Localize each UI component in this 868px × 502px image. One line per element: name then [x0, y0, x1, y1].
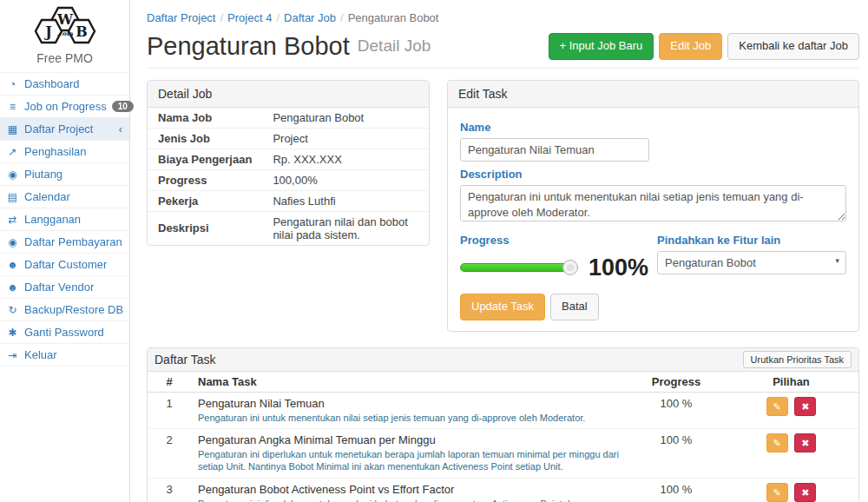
delete-task-button[interactable]: ✖ [794, 433, 816, 452]
daftar-task-panel-title: Daftar Task [155, 353, 216, 367]
table-row: Progress 100,00% [148, 169, 429, 190]
pencil-icon: ✎ [773, 487, 781, 498]
sidebar-item-job-on-progress[interactable]: ≡ Job on Progress 10 [0, 95, 129, 117]
page-title: Pengaturan Bobot [147, 34, 350, 59]
sidebar-item-dashboard[interactable]: ◔ Dashboard [0, 72, 129, 95]
sidebar-item-daftar-vendor[interactable]: ☻ Daftar Vendor [0, 275, 129, 298]
main-content: Daftar Project/Project 4/Daftar Job/Peng… [131, 0, 868, 502]
task-description: Pengaturan ini diperlukan untuk memberi … [198, 498, 621, 502]
page-header: Pengaturan Bobot Detail Job + Input Job … [147, 33, 859, 69]
sidebar: W J B .com Free PMO ◔ Dashboard ≡ Job on… [0, 0, 130, 502]
detail-job-table: Nama Job Pengaturan Bobot Jenis Job Proj… [148, 108, 429, 245]
table-row: 2 Pengaturan Angka Minimal Temuan per Mi… [148, 429, 858, 479]
sidebar-item-daftar-pembayaran[interactable]: ◉ Daftar Pembayaran [0, 230, 129, 253]
sidebar-item-backup-restore-db[interactable]: ↻ Backup/Restore DB [0, 298, 129, 320]
table-row: 1 Pengaturan Nilai Temuan Pengaturan ini… [148, 392, 858, 428]
task-name-input[interactable] [460, 138, 649, 162]
sidebar-item-langganan[interactable]: ⇄ Langganan [0, 208, 129, 230]
task-name: Pengaturan Angka Minimal Temuan per Ming… [198, 433, 621, 446]
breadcrumb: Daftar Project/Project 4/Daftar Job/Peng… [147, 11, 859, 24]
name-label: Name [460, 121, 846, 134]
delete-task-button[interactable]: ✖ [794, 483, 816, 502]
task-description-textarea[interactable]: Pengaturan ini untuk menentukan nilai se… [460, 185, 846, 221]
refresh-icon: ↻ [6, 304, 19, 316]
sidebar-item-daftar-customer[interactable]: ☻ Daftar Customer [0, 253, 129, 275]
sidebar-item-calendar[interactable]: ▤ Calendar [0, 185, 129, 208]
sidebar-item-piutang[interactable]: ◉ Piutang [0, 162, 129, 185]
edit-task-button[interactable]: ✎ [766, 433, 788, 452]
delete-x-icon: ✖ [801, 487, 809, 498]
pencil-icon: ✎ [773, 438, 781, 448]
dashboard-icon: ◔ [6, 78, 19, 90]
progress-slider[interactable] [460, 263, 571, 272]
description-label: Description [460, 168, 846, 181]
edit-task-panel: Edit Task Name Description Pengaturan in… [447, 80, 859, 332]
task-name: Pengaturan Nilai Temuan [198, 397, 621, 410]
sign-out-icon: ⇥ [6, 349, 19, 361]
batal-button[interactable]: Batal [550, 294, 599, 320]
task-description: Pengaturan ini untuk menentukan nilai se… [198, 412, 621, 424]
users-icon: ☻ [6, 281, 19, 294]
task-description: Pengaturan ini diperlukan untuk menetuka… [198, 448, 621, 473]
update-task-button[interactable]: Update Task [460, 294, 545, 320]
sidebar-item-penghasilan[interactable]: ↗ Penghasilan [0, 140, 129, 162]
breadcrumb-link-daftar-project[interactable]: Daftar Project [147, 11, 215, 24]
page-header-buttons: + Input Job Baru Edit Job Kembali ke daf… [549, 33, 859, 60]
delete-x-icon: ✖ [801, 401, 809, 412]
retweet-icon: ⇄ [6, 214, 19, 226]
kembali-ke-daftar-job-button[interactable]: Kembali ke daftar Job [727, 33, 859, 60]
progress-label: Progress [460, 234, 648, 247]
delete-x-icon: ✖ [801, 438, 809, 448]
task-table: # Nama Task Progress Pilihan 1 Pengatura… [148, 372, 858, 502]
money-icon: ◉ [6, 236, 19, 248]
svg-text:.com: .com [56, 30, 73, 37]
task-progress: 100 % [628, 392, 724, 428]
breadcrumb-link-daftar-job[interactable]: Daftar Job [284, 11, 336, 24]
table-row: Jenis Job Project [148, 128, 429, 149]
svg-text:B: B [76, 23, 88, 40]
sidebar-nav: ◔ Dashboard ≡ Job on Progress 10 ▦ Dafta… [0, 72, 129, 367]
urutkan-prioritas-task-button-top[interactable]: Urutkan Prioritas Task [743, 351, 852, 368]
sidebar-item-ganti-password[interactable]: ✱ Ganti Password [0, 320, 129, 343]
breadcrumb-current: Pengaturan Bobot [348, 11, 439, 24]
users-icon: ☻ [6, 259, 19, 271]
table-row: Nama Job Pengaturan Bobot [148, 108, 429, 129]
edit-task-panel-title: Edit Task [448, 81, 858, 108]
move-to-feature-label: Pindahkan ke Fitur lain [657, 234, 846, 247]
jwb-logo-icon: W J B .com [27, 6, 103, 46]
table-row: Pekerja Nafies Luthfi [148, 190, 429, 211]
progress-percent-value: 100% [589, 256, 648, 280]
table-row: Deskripsi Pengaturan nilai dan bobot nil… [148, 211, 429, 245]
table-row: Biaya Pengerjaan Rp. XXX.XXX [148, 149, 429, 169]
job-count-badge: 10 [112, 101, 134, 112]
task-progress: 100 % [628, 429, 724, 479]
daftar-task-panel: Daftar Task Urutkan Prioritas Task # Nam… [147, 347, 859, 502]
pencil-icon: ✎ [773, 401, 781, 412]
task-table-header-row: # Nama Task Progress Pilihan [148, 372, 858, 393]
detail-job-panel: Detail Job Nama Job Pengaturan Bobot Jen… [147, 80, 430, 246]
task-progress: 100 % [628, 478, 724, 502]
svg-text:J: J [43, 23, 52, 40]
edit-task-button[interactable]: ✎ [766, 483, 788, 502]
svg-text:W: W [56, 11, 74, 28]
app-logo[interactable]: W J B .com [0, 0, 129, 50]
progress-slider-thumb[interactable] [562, 260, 578, 275]
line-chart-icon: ↗ [6, 146, 19, 158]
task-name: Pengaturan Bobot Activeness Point vs Eff… [198, 483, 621, 496]
table-icon: ▦ [6, 123, 19, 135]
money-icon: ◉ [6, 168, 19, 181]
edit-task-button[interactable]: ✎ [766, 397, 788, 416]
detail-job-panel-title: Detail Job [148, 81, 429, 108]
app-logo-subtitle: Free PMO [0, 51, 129, 65]
page-subtitle: Detail Job [358, 36, 431, 56]
sidebar-item-keluar[interactable]: ⇥ Keluar [0, 343, 129, 367]
chevron-left-icon: ‹ [119, 122, 122, 135]
input-job-baru-button[interactable]: + Input Job Baru [549, 33, 654, 60]
table-row: 3 Pengaturan Bobot Activeness Point vs E… [148, 478, 858, 502]
move-to-feature-select[interactable]: Pengaturan Bobot [657, 251, 846, 274]
sidebar-item-daftar-project[interactable]: ▦ Daftar Project ‹ [0, 117, 129, 140]
delete-task-button[interactable]: ✖ [794, 397, 816, 416]
edit-job-button[interactable]: Edit Job [659, 33, 722, 60]
breadcrumb-link-project-4[interactable]: Project 4 [227, 11, 272, 24]
calendar-icon: ▤ [6, 191, 19, 203]
